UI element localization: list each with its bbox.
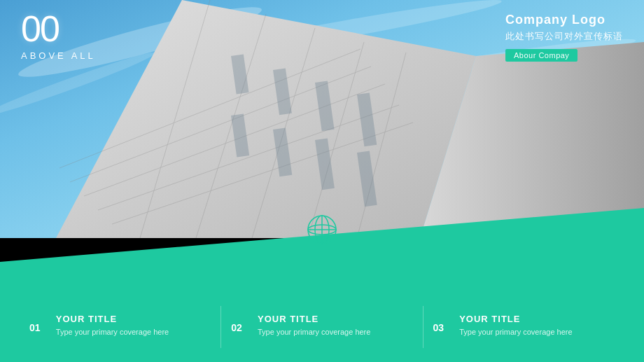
company-area: Company Logo 此处书写公司对外宣传标语 Abour Compay (505, 13, 623, 62)
globe-icon (306, 214, 338, 246)
logo-tagline: ABOVE ALL (21, 50, 96, 61)
card-divider-2 (423, 306, 424, 348)
card-3: 03 YOUR TITLE Type your primary coverage… (426, 314, 622, 340)
about-company-button[interactable]: Abour Compay (505, 49, 578, 62)
company-tagline: 此处书写公司对外宣传标语 (505, 30, 623, 43)
globe-icon-container (306, 214, 338, 253)
card-2-number: 02 (224, 315, 249, 340)
card-1: 01 YOUR TITLE Type your primary coverage… (22, 314, 218, 340)
card-2-content: YOUR TITLE Type your primary coverage he… (258, 314, 420, 337)
company-name: Company Logo (505, 13, 623, 27)
card-1-number: 01 (22, 315, 48, 340)
card-1-content: YOUR TITLE Type your primary coverage he… (56, 314, 218, 337)
card-2-desc: Type your primary coverage here (258, 327, 420, 337)
cards-container: 01 YOUR TITLE Type your primary coverage… (0, 292, 644, 362)
logo-number: 00 (21, 11, 59, 47)
card-1-desc: Type your primary coverage here (56, 327, 218, 337)
card-2: 02 YOUR TITLE Type your primary coverage… (224, 314, 420, 340)
header-overlay: 00 ABOVE ALL Company Logo 此处书写公司对外宣传标语 A… (0, 0, 644, 70)
card-3-title: YOUR TITLE (459, 314, 622, 324)
card-2-title: YOUR TITLE (258, 314, 420, 324)
card-3-content: YOUR TITLE Type your primary coverage he… (459, 314, 622, 337)
card-divider-1 (220, 306, 221, 348)
card-1-title: YOUR TITLE (56, 314, 218, 324)
globe-underline (308, 251, 336, 253)
card-3-desc: Type your primary coverage here (459, 327, 622, 337)
card-3-number: 03 (426, 315, 451, 340)
